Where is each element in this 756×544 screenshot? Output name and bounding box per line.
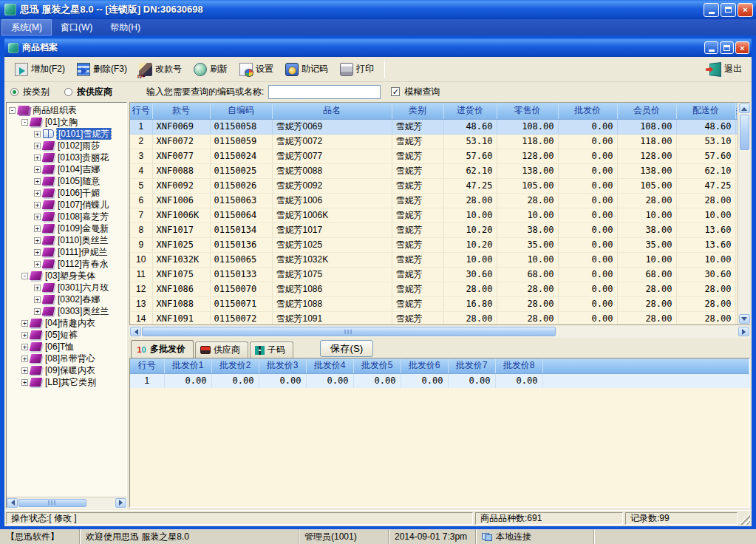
menu-item-1[interactable]: 窗口(W) — [52, 19, 101, 35]
table-row[interactable]: 10XNF1032K01150065雪妮芳1032K雪妮芳10.0010.000… — [130, 252, 738, 267]
column-header-批发价[interactable]: 批发价 — [558, 103, 617, 119]
column-header-批发价4[interactable]: 批发价4 — [306, 358, 353, 373]
inner-close-button[interactable]: × — [735, 41, 749, 54]
expand-plus-icon[interactable]: + — [21, 332, 28, 339]
tree-item-[0110]奥丝兰[interactable]: +[0110]奥丝兰 — [7, 234, 126, 246]
expand-minus-icon[interactable]: - — [21, 273, 28, 279]
expand-minus-icon[interactable]: - — [9, 107, 16, 114]
table-hscrollbar[interactable] — [129, 325, 750, 338]
scroll-down-icon[interactable] — [739, 314, 750, 324]
tree-item-[0105]随意[interactable]: +[0105]随意 — [7, 175, 126, 187]
expand-plus-icon[interactable]: + — [34, 154, 41, 161]
table-row[interactable]: 8XNF101701150134雪妮芳1017雪妮芳10.2038.000.00… — [130, 222, 738, 237]
tree-item-[05]短裤[interactable]: +[05]短裤 — [7, 329, 126, 341]
save-button[interactable]: 保存(S) — [320, 340, 373, 357]
expand-plus-icon[interactable]: + — [34, 296, 41, 303]
column-header-自编码[interactable]: 自编码 — [210, 103, 272, 119]
toolbar-button-设置[interactable]: 设置 — [234, 60, 279, 79]
column-header-行号[interactable]: 行号 — [130, 358, 164, 373]
tree-item-[01]文胸[interactable]: -[01]文胸 — [7, 116, 126, 128]
table-row[interactable]: 13XNF108801150071雪妮芳1088雪妮芳16.8028.000.0… — [130, 296, 738, 311]
expand-plus-icon[interactable]: + — [34, 143, 41, 149]
toolbar-button-助记码[interactable]: 助记码 — [279, 60, 334, 79]
tab-子码[interactable]: 子码 — [250, 341, 293, 358]
table-row[interactable]: 4XNF008801150025雪妮芳0088雪妮芳62.10138.000.0… — [130, 163, 738, 178]
expand-plus-icon[interactable]: + — [34, 166, 41, 173]
expand-plus-icon[interactable]: + — [34, 190, 41, 197]
resize-grip[interactable] — [740, 512, 750, 525]
minimize-button[interactable] — [704, 3, 719, 17]
exit-button[interactable]: 退出 — [703, 61, 747, 78]
table-row[interactable]: 11XNF107501150133雪妮芳1075雪妮芳30.6068.000.0… — [130, 267, 738, 282]
tree-item-[0103]贵丽花[interactable]: +[0103]贵丽花 — [7, 152, 126, 163]
column-header-类别[interactable]: 类别 — [392, 103, 443, 119]
tree-item-[0101]雪妮芳[interactable]: +[0101]雪妮芳 — [7, 128, 126, 140]
table-row[interactable]: 9XNF102501150136雪妮芳1025雪妮芳10.2035.000.00… — [130, 237, 738, 252]
tree-item-[0108]嘉芝芳[interactable]: +[0108]嘉芝芳 — [7, 211, 126, 222]
toolbar-button-增加(F2)[interactable]: 增加(F2) — [9, 60, 71, 79]
tree-hscrollbar[interactable] — [7, 497, 126, 508]
table-row[interactable]: 12XNF108601150070雪妮芳1086雪妮芳28.0028.000.0… — [130, 282, 738, 296]
tab-多批发价[interactable]: 多批发价 — [131, 340, 194, 358]
table-row[interactable]: 5XNF009201150026雪妮芳0092雪妮芳47.25105.000.0… — [130, 178, 738, 193]
expand-plus-icon[interactable]: + — [21, 356, 28, 362]
tree-item-[0106]千媚[interactable]: +[0106]千媚 — [7, 187, 126, 199]
table-row[interactable]: 2XNF007201150059雪妮芳0072雪妮芳53.10118.000.0… — [130, 134, 738, 149]
tree-item-[0303]奥丝兰[interactable]: +[0303]奥丝兰 — [7, 305, 126, 317]
column-header-行号[interactable]: 行号 — [130, 103, 152, 119]
expand-plus-icon[interactable]: + — [34, 308, 41, 315]
table-vscrollbar[interactable] — [738, 103, 750, 324]
tree-item-[04]情趣内衣[interactable]: +[04]情趣内衣 — [7, 317, 126, 329]
tree-scroll-right-icon[interactable] — [115, 498, 126, 508]
restore-button[interactable] — [721, 3, 736, 17]
toolbar-button-刷新[interactable]: 刷新 — [188, 60, 234, 79]
expand-plus-icon[interactable]: + — [34, 178, 41, 185]
expand-plus-icon[interactable]: + — [34, 214, 41, 220]
tree-item-[09]保暖内衣[interactable]: +[09]保暖内衣 — [7, 364, 126, 376]
tree-item-[0102]雨莎[interactable]: +[0102]雨莎 — [7, 140, 126, 152]
expand-plus-icon[interactable]: + — [21, 379, 28, 386]
expand-plus-icon[interactable]: + — [21, 344, 28, 350]
tab-供应商[interactable]: 供应商 — [195, 341, 248, 358]
expand-plus-icon[interactable]: + — [34, 285, 41, 291]
tree-item-[0104]吉娜[interactable]: +[0104]吉娜 — [7, 163, 126, 175]
tree-item-[0109]金曼新[interactable]: +[0109]金曼新 — [7, 222, 126, 234]
tree-item-[0112]青春永[interactable]: +[0112]青春永 — [7, 258, 126, 270]
expand-plus-icon[interactable]: + — [21, 320, 28, 327]
expand-plus-icon[interactable]: + — [34, 261, 41, 268]
column-header-批发价1[interactable]: 批发价1 — [164, 358, 211, 373]
scroll-right-icon[interactable] — [738, 327, 749, 336]
table-row[interactable]: 6XNF100601150063雪妮芳1006雪妮芳28.0028.000.00… — [130, 193, 738, 208]
hscroll-thumb[interactable] — [142, 327, 556, 336]
column-header-批发价7[interactable]: 批发价7 — [448, 358, 495, 373]
scroll-up-icon[interactable] — [739, 103, 750, 113]
menu-item-2[interactable]: 帮助(H) — [101, 19, 149, 35]
column-header-批发价2[interactable]: 批发价2 — [211, 358, 259, 373]
column-header-配送价[interactable]: 配送价 — [676, 103, 735, 119]
inner-restore-button[interactable] — [720, 41, 734, 54]
tree-item-[0107]俏蝶儿[interactable]: +[0107]俏蝶儿 — [7, 199, 126, 211]
tree-item-[0302]春娜[interactable]: +[0302]春娜 — [7, 293, 126, 305]
tree-item-商品组织表[interactable]: -商品组织表 — [7, 104, 126, 116]
toolbar-button-删除(F3)[interactable]: 删除(F3) — [71, 60, 133, 79]
expand-plus-icon[interactable]: + — [34, 225, 41, 232]
toolbar-button-改款号[interactable]: 改款号 — [133, 60, 188, 79]
column-header-批发价3[interactable]: 批发价3 — [259, 358, 306, 373]
fuzzy-checkbox[interactable]: ✓ — [391, 87, 400, 96]
close-button[interactable]: × — [738, 3, 753, 17]
tree-item-[0301]六月玫[interactable]: +[0301]六月玫 — [7, 282, 126, 293]
table-row[interactable]: 3XNF007701150024雪妮芳0077雪妮芳57.60128.000.0… — [130, 149, 738, 163]
inner-minimize-button[interactable] — [704, 41, 718, 54]
tree-item-[LB]其它类别[interactable]: +[LB]其它类别 — [7, 376, 126, 388]
column-header-批发价8[interactable]: 批发价8 — [495, 358, 542, 373]
table-row[interactable]: 7XNF1006K01150064雪妮芳1006K雪妮芳10.0010.000.… — [130, 208, 738, 222]
column-header-零售价[interactable]: 零售价 — [497, 103, 558, 119]
column-header-进货价[interactable]: 进货价 — [443, 103, 497, 119]
scroll-left-icon[interactable] — [130, 327, 141, 336]
toolbar-button-打印[interactable]: 打印 — [334, 60, 380, 79]
expand-plus-icon[interactable]: + — [34, 131, 41, 137]
menu-item-0[interactable]: 系统(M) — [1, 19, 52, 35]
tree-item-[06]T恤[interactable]: +[06]T恤 — [7, 341, 126, 353]
table-row[interactable]: 14XNF109101150072雪妮芳1091雪妮芳28.0028.000.0… — [130, 311, 738, 324]
expand-plus-icon[interactable]: + — [34, 249, 41, 256]
